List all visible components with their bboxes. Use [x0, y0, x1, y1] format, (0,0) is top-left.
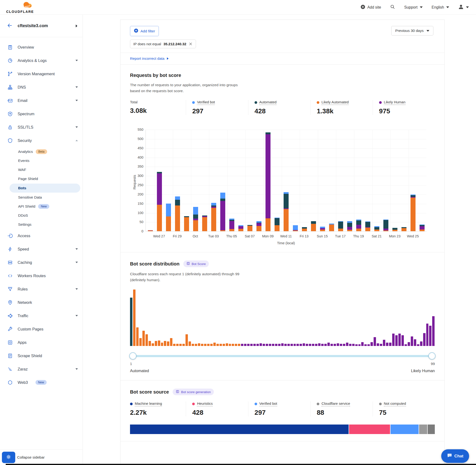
stat-label[interactable]: Likely Human: [384, 100, 405, 105]
support-menu[interactable]: Support: [404, 5, 423, 10]
sidebar-item-bots[interactable]: Bots: [10, 184, 80, 193]
sidebar-item-overview[interactable]: Overview: [0, 41, 83, 54]
bar-segment-likely-automated: [411, 198, 415, 231]
sidebar-item-caching[interactable]: Caching: [0, 256, 83, 269]
overview-icon: [7, 44, 13, 50]
sidebar-item-web3[interactable]: Web3New: [0, 376, 83, 389]
hist-bar-score-20: [189, 341, 191, 346]
x-tick-label: Mon 09: [262, 234, 274, 238]
y-tick-label: 200: [132, 192, 143, 196]
chevron-down-icon: [75, 248, 78, 250]
stacked-bar-thu-12: [291, 225, 300, 231]
rules-icon: [7, 286, 13, 292]
cloudflare-logo[interactable]: CLOUDFLARE: [6, 1, 34, 14]
language-menu[interactable]: English: [432, 5, 449, 10]
bar-segment-verified-bot: [347, 221, 352, 223]
sidebar-item-page-shield[interactable]: Page Shield: [0, 174, 83, 183]
preferences-button[interactable]: [2, 452, 15, 463]
stat-label[interactable]: Verified bot: [197, 100, 215, 105]
hist-bar-score-35: [235, 344, 237, 346]
stacked-bar-wed-27: [155, 172, 164, 231]
score-range-slider: [130, 352, 435, 360]
stat-label[interactable]: Cloudflare service: [321, 402, 350, 406]
sidebar-item-custom-pages[interactable]: Custom Pages: [0, 322, 83, 336]
add-filter-button[interactable]: Add filter: [130, 26, 159, 36]
sidebar-item-ssl-tls[interactable]: SSL/TLS: [0, 120, 83, 134]
bar-segment-automated: [356, 221, 361, 225]
x-tick-label: Tue 03: [208, 234, 219, 238]
sidebar-item-events[interactable]: Events: [0, 156, 83, 165]
stat-label[interactable]: Not computed: [384, 402, 406, 406]
hist-bar-score-39: [247, 344, 250, 346]
sidebar-item-network[interactable]: Network: [0, 296, 83, 309]
sidebar-item-security[interactable]: Security: [0, 134, 83, 147]
requests-stats-row: Total3.08kVerified bot297Automated428Lik…: [130, 100, 435, 115]
sidebar-item-version-management[interactable]: Version Management: [0, 67, 83, 81]
search-button[interactable]: [390, 4, 395, 10]
bar-segment-automated: [411, 195, 415, 197]
stacked-bar-tue-03: [209, 203, 218, 232]
slider-handle-max[interactable]: [428, 352, 435, 359]
back-arrow-icon[interactable]: [7, 22, 13, 30]
stat-label[interactable]: Machine learning: [135, 402, 162, 406]
y-tick-label: 250: [132, 183, 143, 187]
sidebar-item-dns[interactable]: DNS: [0, 81, 83, 94]
sidebar-item-settings[interactable]: Settings: [0, 220, 83, 229]
stat-automated: Automated428: [248, 100, 310, 115]
chevron-down-icon: [446, 6, 449, 8]
sidebar-item-scrape-shield[interactable]: Scrape Shield: [0, 349, 83, 362]
stat-label[interactable]: Automated: [259, 100, 277, 105]
sidebar-item-email[interactable]: Email: [0, 94, 83, 107]
sidebar-item-spectrum[interactable]: Spectrum: [0, 107, 83, 120]
remove-filter-icon[interactable]: [189, 42, 193, 46]
stat-value: 428: [192, 409, 248, 416]
sidebar-item-apps[interactable]: Apps: [0, 336, 83, 349]
sidebar-item-ddos[interactable]: DDoS: [0, 211, 83, 220]
stat-label[interactable]: Heuristics: [197, 402, 213, 406]
hist-bar-score-87: [395, 335, 398, 346]
bar-segment-likely-human: [347, 227, 352, 230]
stat-label[interactable]: Verified bot: [259, 402, 277, 406]
hist-bar-score-23: [198, 343, 200, 346]
sidebar-item-api-shield[interactable]: API ShieldNew: [0, 202, 83, 211]
sidebar-item-access[interactable]: Access: [0, 229, 83, 242]
sidebar-item-waf[interactable]: WAF: [0, 165, 83, 174]
sidebar-item-rules[interactable]: Rules: [0, 282, 83, 296]
stat-value: 3.08k: [130, 107, 186, 115]
stat-value: 2.27k: [130, 409, 186, 416]
sidebar-item-workers-routes[interactable]: Workers Routes: [0, 269, 83, 282]
chat-label: Chat: [454, 454, 463, 459]
gridline: [146, 167, 426, 167]
bot-score-histogram: [130, 289, 435, 346]
chat-button[interactable]: Chat: [441, 449, 469, 463]
bar-segment-likely-automated: [238, 229, 243, 231]
slider-handle-min[interactable]: [129, 352, 137, 359]
sidebar-item-analytics[interactable]: AnalyticsBeta: [0, 147, 83, 156]
traffic-icon: [7, 313, 13, 318]
time-range-dropdown[interactable]: Previous 30 days: [391, 26, 433, 35]
new-badge: New: [38, 204, 49, 209]
bot-score-badge[interactable]: Bot Score: [183, 261, 209, 267]
sidebar-item-traffic[interactable]: Traffic: [0, 309, 83, 322]
sidebar-item-sensitive-data[interactable]: Sensitive Data: [0, 193, 83, 202]
hist-bar-score-53: [290, 344, 293, 346]
x-tick-label: Sun 15: [317, 234, 328, 238]
sidebar-item-analytics-logs[interactable]: Analytics & Logs: [0, 54, 83, 67]
hist-bar-score-26: [207, 344, 210, 346]
legend-dot: [317, 101, 319, 104]
stat-likely-human: Likely Human975: [373, 100, 435, 115]
account-menu[interactable]: [458, 4, 469, 11]
filter-chip[interactable]: IP does not equal 35.212.240.32: [130, 40, 196, 48]
add-site-button[interactable]: Add site: [360, 5, 381, 10]
sidebar-nav: OverviewAnalytics & LogsVersion Manageme…: [0, 37, 83, 389]
sidebar-item-speed[interactable]: Speed: [0, 242, 83, 256]
bar-segment-likely-automated: [311, 224, 316, 231]
bot-score-generation-badge[interactable]: Bot score generation: [173, 389, 214, 395]
site-expand-icon[interactable]: [76, 24, 77, 27]
sidebar-item-zaraz[interactable]: Zaraz: [0, 362, 83, 376]
report-incorrect-data-link[interactable]: Report incorrect data: [130, 56, 165, 61]
stat-label[interactable]: Likely Automated: [321, 100, 349, 105]
y-tick-label: 400: [132, 156, 143, 159]
card-description: Cloudflare scores each request 1 (defini…: [130, 271, 242, 283]
collapse-sidebar-button[interactable]: Collapse sidebar: [17, 455, 44, 460]
